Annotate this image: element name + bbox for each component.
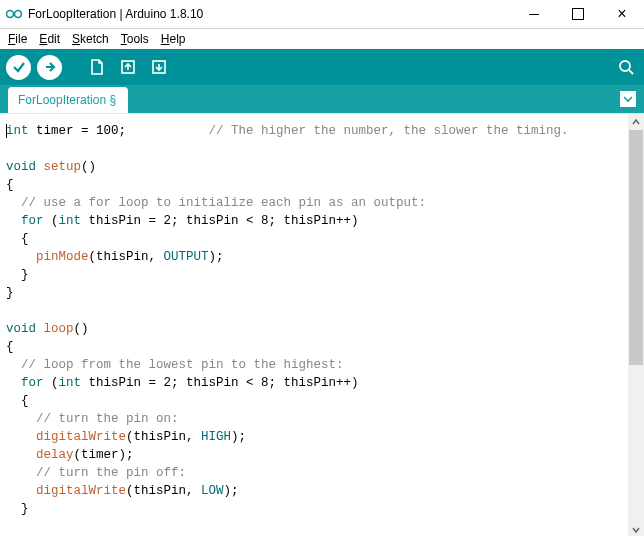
scroll-up-button[interactable] xyxy=(628,114,644,130)
menu-sketch[interactable]: Sketch xyxy=(68,31,113,47)
serial-monitor-button[interactable] xyxy=(613,55,638,80)
code-content[interactable]: int timer = 100; // The higher the numbe… xyxy=(0,114,644,536)
svg-point-4 xyxy=(620,61,630,71)
menu-bar: File Edit Sketch Tools Help xyxy=(0,29,644,49)
close-button[interactable]: × xyxy=(600,0,644,28)
new-sketch-button[interactable] xyxy=(84,55,109,80)
window-controls: × xyxy=(512,0,644,28)
maximize-button[interactable] xyxy=(556,0,600,28)
scroll-thumb[interactable] xyxy=(629,130,643,365)
svg-point-1 xyxy=(15,11,22,18)
minimize-button[interactable] xyxy=(512,0,556,28)
toolbar xyxy=(0,49,644,85)
check-icon xyxy=(12,60,26,74)
save-sketch-button[interactable] xyxy=(146,55,171,80)
tab-label: ForLoopIteration § xyxy=(18,93,116,107)
open-sketch-button[interactable] xyxy=(115,55,140,80)
scroll-track[interactable] xyxy=(628,130,644,522)
code-editor[interactable]: int timer = 100; // The higher the numbe… xyxy=(0,113,644,536)
verify-button[interactable] xyxy=(6,55,31,80)
file-icon xyxy=(87,57,107,77)
arrow-down-icon xyxy=(149,57,169,77)
upload-button[interactable] xyxy=(37,55,62,80)
menu-help[interactable]: Help xyxy=(157,31,190,47)
chevron-down-icon xyxy=(623,94,633,104)
scroll-down-button[interactable] xyxy=(628,522,644,536)
tab-forloopiteration[interactable]: ForLoopIteration § xyxy=(8,87,128,113)
tab-menu-button[interactable] xyxy=(620,91,636,107)
chevron-down-icon xyxy=(632,526,640,534)
tab-bar: ForLoopIteration § xyxy=(0,85,644,113)
arrow-up-icon xyxy=(118,57,138,77)
title-bar: ForLoopIteration | Arduino 1.8.10 × xyxy=(0,0,644,29)
menu-file[interactable]: File xyxy=(4,31,31,47)
chevron-up-icon xyxy=(632,118,640,126)
vertical-scrollbar[interactable] xyxy=(628,114,644,536)
window-title: ForLoopIteration | Arduino 1.8.10 xyxy=(28,7,512,21)
arduino-logo-icon xyxy=(6,6,22,22)
arrow-right-icon xyxy=(43,60,57,74)
serial-monitor-icon xyxy=(616,57,636,77)
svg-point-0 xyxy=(7,11,14,18)
menu-tools[interactable]: Tools xyxy=(117,31,153,47)
menu-edit[interactable]: Edit xyxy=(35,31,64,47)
